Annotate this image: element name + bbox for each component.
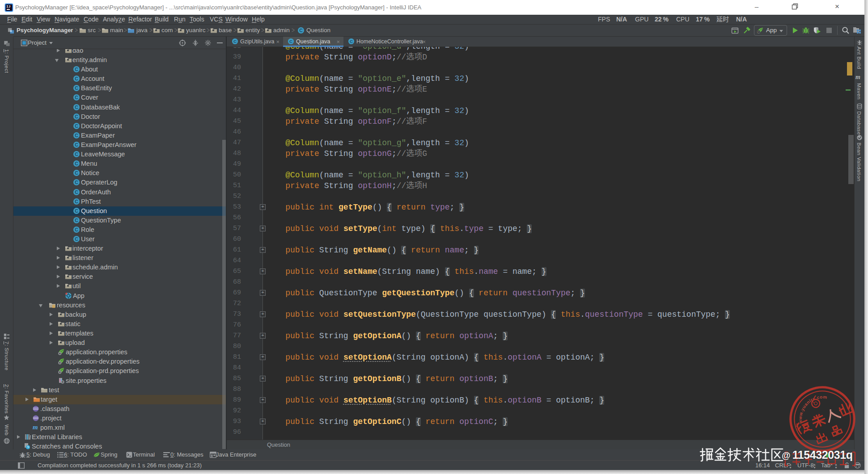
svg-text:C: C <box>299 28 303 33</box>
svg-text:C: C <box>75 133 78 138</box>
svg-text:C: C <box>233 39 237 44</box>
svg-text:C: C <box>75 180 78 185</box>
svg-text:⚙: ⚙ <box>757 30 760 34</box>
svg-text:C: C <box>75 208 78 214</box>
svg-text:C: C <box>75 170 78 176</box>
svg-text:C: C <box>75 227 78 232</box>
svg-text:C: C <box>75 142 78 147</box>
svg-text:C: C <box>75 105 78 110</box>
svg-text:C: C <box>75 151 78 157</box>
svg-text:C: C <box>75 76 78 81</box>
svg-text:C: C <box>75 123 78 129</box>
svg-text:C: C <box>75 236 78 242</box>
svg-text:C: C <box>75 161 78 166</box>
svg-text:C: C <box>75 67 78 72</box>
svg-text:C: C <box>75 95 78 100</box>
svg-text:C: C <box>75 218 78 223</box>
svg-text:C: C <box>75 199 78 204</box>
svg-text:C: C <box>289 39 292 44</box>
svg-text:C: C <box>350 39 353 44</box>
svg-text:C: C <box>75 189 78 195</box>
svg-text:C: C <box>75 114 78 119</box>
svg-text:C: C <box>75 85 78 91</box>
